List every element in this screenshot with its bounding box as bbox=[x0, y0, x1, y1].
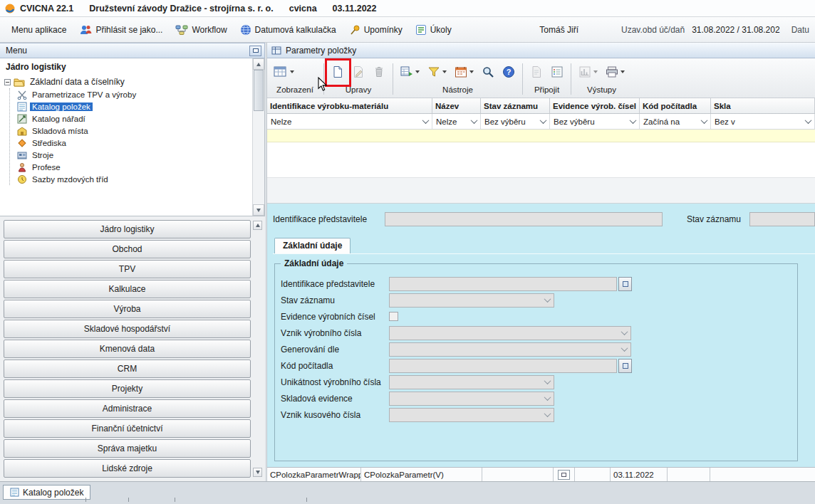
reminders-button[interactable]: Upomínky bbox=[343, 21, 408, 39]
actions-button[interactable] bbox=[398, 63, 422, 80]
attach-list-button[interactable] bbox=[549, 63, 566, 80]
tree-children: Parametrizace TPV a výroby Katalog polož… bbox=[9, 88, 252, 185]
grid-body-empty[interactable] bbox=[267, 142, 815, 178]
accordion-sprava-majetku[interactable]: Správa majetku bbox=[4, 439, 251, 458]
filter-sklad[interactable]: Bez v bbox=[711, 114, 815, 129]
detail-toggle-button[interactable] bbox=[558, 470, 570, 480]
accordion-financni-ucetnictvi[interactable]: Finanční účetnictví bbox=[4, 419, 251, 438]
tree-root-zakladni-data[interactable]: Základní data a číselníky bbox=[3, 75, 252, 88]
accordion-vyroba[interactable]: Výroba bbox=[4, 300, 251, 318]
tree-item-profese[interactable]: Profese bbox=[17, 161, 252, 173]
date-filter-button[interactable] bbox=[452, 63, 476, 80]
menu-aplikace-button[interactable]: Menu aplikace bbox=[6, 21, 72, 38]
skladova-evidence-combo bbox=[389, 392, 554, 406]
form-row: Evidence výrobních čísel bbox=[281, 308, 797, 325]
grid-new-row[interactable] bbox=[267, 130, 815, 142]
chevron-down-icon bbox=[471, 117, 478, 124]
kod-pocitadla-field bbox=[389, 359, 617, 373]
window-title: Parametry položky bbox=[286, 46, 356, 56]
new-record-button[interactable] bbox=[329, 63, 346, 80]
window-toolbar: Zobrazení bbox=[267, 58, 815, 98]
accordion-administrace[interactable]: Administrace bbox=[4, 399, 251, 418]
tree-item-parametrizace-tpv[interactable]: Parametrizace TPV a výroby bbox=[17, 88, 252, 100]
accordion-projekty[interactable]: Projekty bbox=[4, 379, 251, 398]
tree-item-skladova-mista[interactable]: Skladová místa bbox=[17, 125, 252, 137]
table-actions-icon bbox=[400, 65, 413, 78]
vznik-vyrobniho-cisla-combo bbox=[389, 326, 631, 340]
accordion-lidske-zdroje[interactable]: Lidské zdroje bbox=[4, 459, 251, 478]
bottom-tab-katalog-polozek[interactable]: Katalog položek bbox=[3, 485, 90, 500]
tab-zakladni-udaje[interactable]: Základní údaje bbox=[274, 238, 351, 253]
lookup-button[interactable] bbox=[618, 277, 632, 291]
login-name: cvicna bbox=[289, 4, 317, 14]
print-button[interactable] bbox=[603, 63, 627, 80]
attach-document-icon bbox=[530, 65, 543, 78]
toolbar-group-pripojit: Připojit bbox=[526, 61, 567, 98]
toolbar-status-right: Tomáš Jiří Uzav.obd úč/daň 31.08.2022 / … bbox=[539, 25, 809, 35]
filter-stav-zaznamu[interactable]: Bez výběru bbox=[481, 114, 550, 129]
stav-zaznamu-header-field bbox=[749, 212, 815, 226]
help-icon: ? bbox=[502, 65, 515, 78]
accordion-tpv[interactable]: TPV bbox=[4, 260, 251, 278]
module-accordion: Jádro logistiky Obchod TPV Kalkulace Výr… bbox=[0, 216, 265, 481]
tree-item-sazby-mzdovych-trid[interactable]: Sazby mzdových tříd bbox=[17, 173, 252, 185]
filter-identifikace[interactable]: Nelze bbox=[267, 114, 432, 129]
scroll-up-icon[interactable] bbox=[253, 58, 264, 70]
delete-record-button[interactable] bbox=[370, 63, 388, 80]
dropdown-arrow-icon bbox=[621, 70, 625, 73]
accordion-jadro-logistiky[interactable]: Jádro logistiky bbox=[4, 220, 251, 238]
accordion-kalkulace[interactable]: Kalkulace bbox=[4, 280, 251, 298]
tasks-button[interactable]: Úkoly bbox=[410, 21, 457, 39]
tree-item-katalog-polozek[interactable]: Katalog položek bbox=[17, 100, 252, 112]
filter-nazev[interactable]: Nelze bbox=[432, 114, 481, 129]
accordion-obchod[interactable]: Obchod bbox=[4, 240, 251, 258]
evidence-vyrobnich-cisel-checkbox bbox=[389, 312, 398, 321]
trash-icon bbox=[373, 65, 385, 78]
scroll-down-icon[interactable] bbox=[253, 204, 264, 216]
help-button[interactable]: ? bbox=[500, 63, 517, 80]
collapse-node-icon[interactable] bbox=[4, 79, 11, 85]
tasks-icon bbox=[415, 24, 427, 36]
form-row: Skladová evidence bbox=[281, 390, 797, 406]
column-header-identifikace[interactable]: Identifikace výrobku-materiálu bbox=[267, 98, 432, 113]
attach-document-button[interactable] bbox=[528, 63, 545, 80]
accordion-scroll-down-icon[interactable] bbox=[253, 468, 262, 477]
export-button[interactable] bbox=[576, 63, 600, 80]
coin-icon bbox=[17, 174, 27, 184]
view-button[interactable] bbox=[271, 63, 296, 80]
status-cell-empty bbox=[710, 468, 815, 481]
accordion-kmenova-data[interactable]: Kmenová data bbox=[4, 340, 251, 358]
date-calculator-button[interactable]: Datumová kalkulačka bbox=[234, 21, 342, 39]
edit-record-button[interactable] bbox=[350, 63, 367, 80]
column-header-nazev[interactable]: Název bbox=[432, 98, 481, 113]
accordion-crm[interactable]: CRM bbox=[4, 359, 251, 378]
catalog-icon bbox=[10, 488, 19, 497]
filter-kod-pocitadla[interactable]: Začíná na bbox=[640, 114, 711, 129]
accordion-skladove-hospodarstvi[interactable]: Skladové hospodářství bbox=[4, 320, 251, 338]
tree-item-stroje[interactable]: Stroje bbox=[17, 149, 252, 161]
chevron-down-icon bbox=[544, 394, 551, 401]
tree-item-strediska[interactable]: Střediska bbox=[17, 137, 252, 149]
closed-period-label: Uzav.obd úč/daň bbox=[621, 25, 685, 35]
workflow-button[interactable]: Workflow bbox=[170, 21, 232, 39]
scrollbar-thumb[interactable] bbox=[254, 70, 264, 111]
filter-evidence-vyrob-cisel[interactable]: Bez výběru bbox=[550, 114, 640, 129]
column-header-kod-pocitadla[interactable]: Kód počítadla bbox=[640, 98, 711, 113]
login-as-button[interactable]: Přihlásit se jako... bbox=[73, 21, 168, 39]
printer-icon bbox=[606, 65, 618, 78]
column-header-stav-zaznamu[interactable]: Stav záznamu bbox=[481, 98, 550, 113]
column-header-evidence-vyrob-cisel[interactable]: Evidence výrob. čísel bbox=[550, 98, 640, 113]
filter-button[interactable] bbox=[425, 63, 449, 80]
search-button[interactable] bbox=[479, 63, 497, 80]
lookup-button[interactable] bbox=[618, 359, 632, 373]
collapse-menu-button[interactable] bbox=[249, 46, 261, 56]
status-cell-button bbox=[554, 468, 575, 481]
tree-item-katalog-naradi[interactable]: Katalog nářadí bbox=[17, 112, 252, 125]
form-row: Vznik kusového čísla bbox=[281, 406, 797, 423]
column-header-sklad[interactable]: Skla bbox=[711, 98, 815, 113]
toolbar-group-vystupy: Výstupy bbox=[575, 61, 628, 98]
pin-icon bbox=[349, 24, 360, 36]
closed-period-value: 31.08.2022 / 31.08.202 bbox=[692, 25, 779, 35]
tree-scrollbar[interactable] bbox=[252, 58, 264, 216]
accordion-scroll-up-icon[interactable] bbox=[253, 221, 262, 230]
